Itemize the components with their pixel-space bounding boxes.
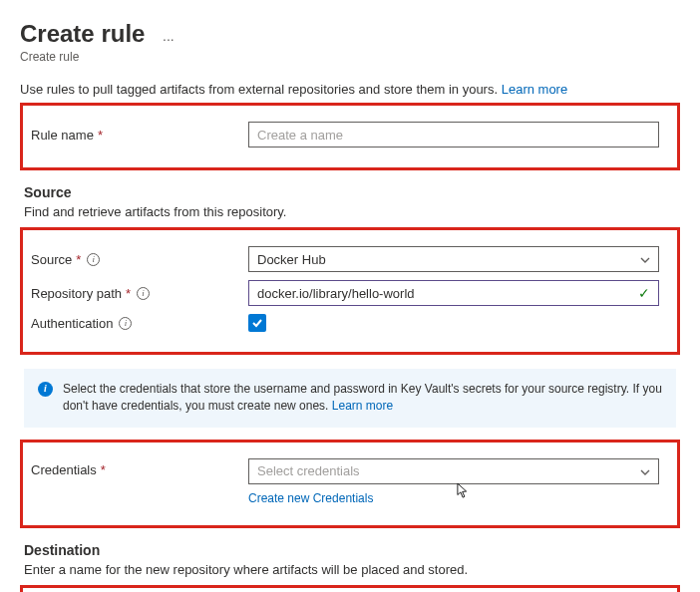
rule-name-section: Rule name * (20, 103, 680, 170)
info-icon[interactable]: i (87, 253, 100, 266)
repo-path-input[interactable]: docker.io/library/hello-world ✓ (248, 280, 659, 306)
required-mark: * (98, 128, 103, 143)
valid-checkmark-icon: ✓ (638, 285, 650, 301)
page-title: Create rule (20, 20, 145, 48)
intro-text: Use rules to pull tagged artifacts from … (20, 82, 498, 97)
cursor-icon (457, 482, 471, 500)
rule-name-label: Rule name (31, 128, 94, 143)
info-icon[interactable]: i (119, 317, 132, 330)
create-credentials-link[interactable]: Create new Credentials (248, 491, 373, 505)
intro-learn-more-link[interactable]: Learn more (502, 82, 567, 97)
info-panel-learn-more-link[interactable]: Learn more (332, 399, 393, 413)
credentials-select[interactable]: Select credentials (248, 458, 659, 484)
credentials-info-panel: i Select the credentials that store the … (24, 369, 676, 428)
source-section-title: Source (24, 184, 680, 200)
rule-name-input[interactable] (248, 122, 659, 148)
source-label: Source (31, 252, 72, 267)
destination-section-desc: Enter a name for the new repository wher… (24, 562, 680, 577)
more-actions-button[interactable]: ··· (163, 31, 175, 47)
destination-section: New ACR repository namespace * i (20, 585, 680, 592)
chevron-down-icon (640, 465, 650, 475)
credentials-section: Credentials * Select credentials Create … (20, 440, 680, 528)
repo-path-value: docker.io/library/hello-world (257, 286, 415, 301)
info-icon[interactable]: i (137, 287, 150, 300)
info-icon: i (38, 382, 53, 397)
credentials-label: Credentials (31, 462, 97, 477)
required-mark: * (101, 462, 106, 477)
auth-checkbox[interactable] (248, 314, 266, 332)
repo-path-label: Repository path (31, 286, 122, 301)
destination-section-title: Destination (24, 542, 680, 558)
chevron-down-icon (640, 253, 650, 263)
auth-label: Authentication (31, 316, 113, 331)
source-section: Source * i Docker Hub Repository path * … (20, 227, 680, 355)
required-mark: * (126, 286, 131, 301)
source-section-desc: Find and retrieve artifacts from this re… (24, 204, 680, 219)
required-mark: * (76, 252, 81, 267)
credentials-placeholder: Select credentials (257, 463, 360, 478)
source-select[interactable]: Docker Hub (248, 246, 659, 272)
page-subtitle: Create rule (20, 50, 680, 64)
source-select-value: Docker Hub (257, 252, 326, 267)
